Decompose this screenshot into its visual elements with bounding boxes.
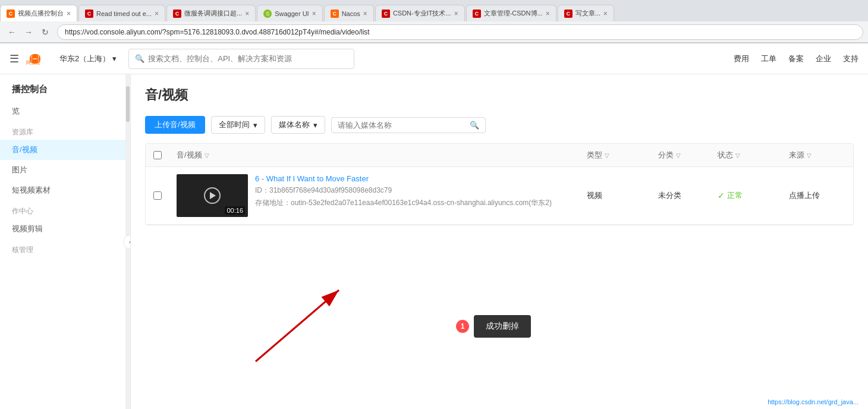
nav-link-ticket[interactable]: 工单: [761, 54, 776, 64]
storage-path: outin-53e2fed2a07e11eaa4ef00163e1c94a4.o…: [291, 199, 552, 207]
sidebar-item-video[interactable]: 音/视频: [0, 140, 130, 160]
tab-close-2[interactable]: ×: [245, 10, 249, 18]
tab-favicon-8: C: [564, 10, 573, 18]
hamburger-icon[interactable]: ☰: [10, 52, 19, 65]
top-search-bar[interactable]: 🔍: [128, 49, 354, 69]
category-col-filter-icon[interactable]: ▽: [676, 152, 681, 159]
tab-favicon-5: C: [331, 10, 339, 18]
tab-close-1[interactable]: ×: [155, 10, 159, 18]
top-search-input[interactable]: [148, 54, 348, 63]
row-checkbox[interactable]: [153, 191, 162, 200]
sidebar: 播控制台 览 资源库 音/视频 图片 短视频素材 作中心 视频剪辑: [0, 74, 131, 409]
select-all-checkbox[interactable]: [153, 151, 162, 159]
header-category-label: 分类: [658, 150, 674, 161]
tab-label-2: 微服务调调接口超...: [184, 9, 242, 18]
video-title[interactable]: 6 - What If I Want to Move Faster: [255, 174, 573, 183]
tab-article-mgmt[interactable]: C 文章管理-CSDN博... ×: [466, 5, 556, 21]
tab-nacos[interactable]: C Nacos ×: [324, 5, 374, 21]
sidebar-title: 播控制台: [0, 74, 130, 101]
media-filter-label: 媒体名称: [279, 119, 310, 130]
upload-button[interactable]: 上传音/视频: [145, 116, 205, 134]
tab-close-8[interactable]: ×: [603, 10, 608, 18]
browser-chrome: C 视频点播控制台 × C Read timed out e... × C 微服…: [0, 0, 868, 43]
tab-favicon-3: S: [263, 10, 272, 18]
video-details: 6 - What If I Want to Move Faster ID：31b…: [255, 174, 573, 209]
row-checkbox-cell: [146, 191, 169, 200]
refresh-button[interactable]: ↻: [38, 25, 52, 39]
media-filter-dropdown[interactable]: 媒体名称 ▾: [271, 116, 325, 134]
tab-video-broadcast[interactable]: C 视频点播控制台 ×: [0, 5, 77, 21]
header-video-col: 音/视频 ▽: [169, 150, 580, 161]
video-thumbnail[interactable]: 00:16: [177, 174, 248, 217]
row-video-cell: 00:16 6 - What If I Want to Move Faster …: [169, 174, 580, 217]
tab-close-6[interactable]: ×: [454, 10, 458, 18]
video-storage: 存储地址：outin-53e2fed2a07e11eaa4ef00163e1c9…: [255, 197, 573, 209]
type-col-filter-icon[interactable]: ▽: [605, 152, 609, 159]
app-layout: ☰ 阿里云 华东2（上海） ▾ 🔍 费用 工单 备案 企业 支持: [0, 43, 868, 409]
sidebar-scroll-thumb: [126, 86, 130, 122]
tab-label-1: Read timed out e...: [96, 10, 152, 17]
sidebar-section-core: 核管理: [0, 239, 130, 257]
header-source-label: 来源: [789, 150, 804, 161]
back-button[interactable]: ←: [5, 25, 19, 39]
sidebar-item-browse-label: 览: [12, 106, 20, 117]
row-status-cell: ✓ 正常: [710, 190, 782, 201]
svg-text:阿里云: 阿里云: [26, 60, 40, 65]
tab-label-6: CSDN-专业IT技术...: [393, 9, 451, 18]
tab-read-timeout[interactable]: C Read timed out e... ×: [78, 5, 165, 21]
tab-microservice[interactable]: C 微服务调调接口超... ×: [166, 5, 256, 21]
sidebar-item-image[interactable]: 图片: [0, 160, 130, 180]
header-checkbox-cell: [146, 150, 169, 161]
sidebar-item-video-edit[interactable]: 视频剪辑: [0, 219, 130, 239]
sidebar-item-short-video[interactable]: 短视频素材: [0, 180, 130, 200]
tab-favicon-4: C: [7, 10, 15, 18]
table-row: 00:16 6 - What If I Want to Move Faster …: [146, 167, 853, 225]
media-search-input-area[interactable]: 🔍: [331, 117, 486, 133]
tab-label-3: Swagger UI: [275, 10, 309, 17]
time-filter-chevron-icon: ▾: [253, 121, 257, 130]
tab-close-3[interactable]: ×: [312, 10, 316, 18]
video-duration: 00:16: [225, 206, 245, 215]
top-nav-links: 费用 工单 备案 企业 支持: [734, 54, 858, 64]
sidebar-section-library: 资源库: [0, 121, 130, 140]
tab-close-5[interactable]: ×: [363, 10, 367, 18]
play-triangle-icon: [210, 192, 216, 199]
tab-swagger[interactable]: S Swagger UI ×: [257, 5, 323, 21]
tab-close-4[interactable]: ×: [67, 10, 71, 18]
tab-csdn[interactable]: C CSDN-专业IT技术... ×: [375, 5, 465, 21]
time-filter-dropdown[interactable]: 全部时间 ▾: [211, 116, 265, 134]
sidebar-item-image-label: 图片: [12, 165, 27, 175]
footer-link[interactable]: https://blog.csdn.net/grd_java...: [768, 398, 858, 405]
search-icon: 🔍: [135, 54, 144, 63]
tab-label-8: 写文章...: [575, 9, 600, 18]
video-id: ID：31b865f768e94d30a9f958098e8d3c79: [255, 185, 573, 196]
nav-buttons: ← → ↻: [5, 25, 52, 39]
region-selector[interactable]: 华东2（上海） ▾: [59, 54, 117, 64]
header-source-col: 来源 ▽: [782, 150, 853, 161]
url-input[interactable]: [57, 24, 863, 40]
nav-link-support[interactable]: 支持: [843, 54, 858, 64]
row-category-cell: 未分类: [651, 190, 710, 201]
tab-label-5: Nacos: [342, 10, 360, 17]
sidebar-item-video-label: 音/视频: [12, 144, 37, 155]
play-button-icon[interactable]: [204, 187, 221, 204]
nav-link-enterprise[interactable]: 企业: [816, 54, 831, 64]
time-filter-label: 全部时间: [219, 119, 250, 130]
status-check-icon: ✓: [718, 191, 725, 200]
tab-label-4: 视频点播控制台: [18, 9, 64, 18]
table-header: 音/视频 ▽ 类型 ▽ 分类 ▽ 状态 ▽: [146, 144, 853, 167]
region-arrow-icon: ▾: [112, 54, 117, 63]
source-col-filter-icon[interactable]: ▽: [807, 152, 812, 159]
forward-button[interactable]: →: [21, 25, 36, 39]
nav-link-icp[interactable]: 备案: [788, 54, 804, 64]
tab-close-7[interactable]: ×: [546, 10, 550, 18]
media-search-input[interactable]: [338, 121, 470, 130]
video-col-filter-icon[interactable]: ▽: [205, 152, 209, 159]
status-col-filter-icon[interactable]: ▽: [735, 152, 740, 159]
nav-link-fees[interactable]: 费用: [734, 54, 749, 64]
tab-write-article[interactable]: C 写文章... ×: [558, 5, 614, 21]
sidebar-item-browse[interactable]: 览: [0, 101, 130, 121]
tab-favicon-2: C: [173, 10, 181, 18]
media-search-icon[interactable]: 🔍: [470, 121, 479, 130]
header-category-col: 分类 ▽: [651, 150, 710, 161]
